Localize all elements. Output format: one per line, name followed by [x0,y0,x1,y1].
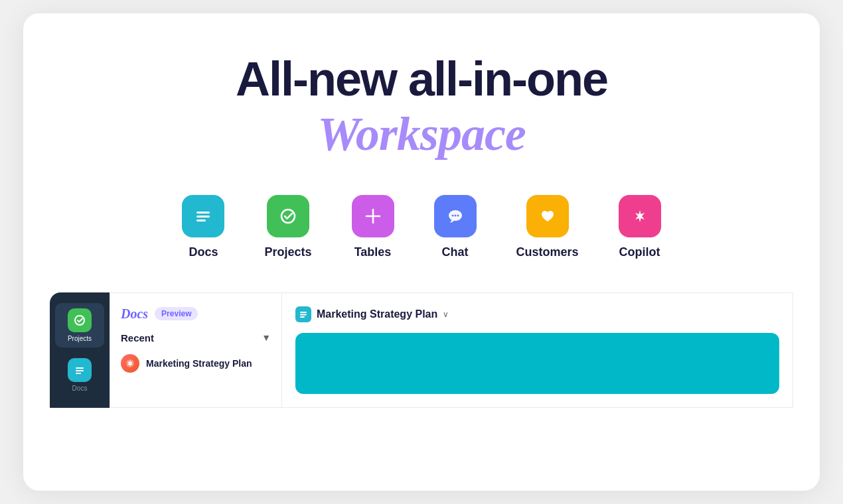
projects-label: Projects [264,245,311,259]
sidebar-item-docs[interactable]: Docs [55,353,104,397]
recent-row: Recent ▼ [121,332,271,344]
svg-rect-2 [196,220,206,221]
doc-item-name: Marketing Strategy Plan [146,358,252,369]
chevron-down-icon: ▼ [262,332,271,343]
sidebar-mini: Projects Docs [50,292,110,408]
svg-point-8 [454,214,456,216]
svg-point-10 [75,316,84,325]
feature-chat[interactable]: Chat [434,195,477,259]
projects-icon [267,195,309,237]
main-card: All-new all-in-one Workspace Docs Proj [23,13,820,491]
svg-point-9 [457,214,459,216]
tables-label: Tables [354,245,392,259]
headline-line2: Workspace [236,105,607,162]
content-header: Marketing Strategy Plan ∨ [295,306,779,322]
sidebar-item-projects[interactable]: Projects [55,303,104,347]
sidebar-docs-icon [68,358,92,382]
svg-point-3 [281,210,295,223]
doc-item-icon [121,354,139,373]
feature-projects[interactable]: Projects [264,195,311,259]
sidebar-docs-label: Docs [72,385,88,392]
svg-rect-0 [196,212,210,214]
svg-point-7 [451,214,453,216]
docs-label: Docs [189,245,218,259]
copilot-label: Copilot [619,245,660,259]
chat-icon [434,195,477,237]
headline-line1: All-new all-in-one [236,53,607,105]
content-title: Marketing Strategy Plan [317,308,437,320]
chat-label: Chat [442,245,469,259]
svg-rect-16 [300,314,307,315]
docs-panel-title: Docs [121,306,148,322]
preview-section: Projects Docs Docs Preview Rece [50,292,793,408]
svg-rect-17 [300,316,305,318]
feature-customers[interactable]: Customers [516,195,579,259]
headline-section: All-new all-in-one Workspace [236,53,607,163]
svg-rect-15 [300,312,307,313]
main-content-preview: Marketing Strategy Plan ∨ [282,292,793,408]
feature-tables[interactable]: Tables [352,195,394,259]
customers-label: Customers [516,245,579,259]
docs-panel: Docs Preview Recent ▼ Marketing Strategy… [110,292,282,408]
feature-docs[interactable]: Docs [182,195,224,259]
feature-copilot[interactable]: Copilot [619,195,661,259]
features-row: Docs Projects Tables [182,195,660,259]
svg-rect-12 [76,370,84,371]
svg-rect-1 [196,216,210,218]
doc-item-marketing[interactable]: Marketing Strategy Plan [121,354,271,373]
teal-content-block [295,333,779,394]
docs-panel-header: Docs Preview [121,306,271,322]
content-chevron-icon: ∨ [443,310,449,319]
tables-icon [352,195,394,237]
svg-rect-11 [76,367,84,369]
docs-icon [182,195,224,237]
sidebar-projects-icon [68,308,92,332]
sidebar-projects-label: Projects [68,335,92,342]
preview-badge: Preview [155,307,198,320]
svg-rect-13 [76,373,81,374]
customers-icon [526,195,569,237]
recent-label: Recent [121,332,154,344]
content-header-icon [295,306,311,322]
copilot-icon [619,195,661,237]
